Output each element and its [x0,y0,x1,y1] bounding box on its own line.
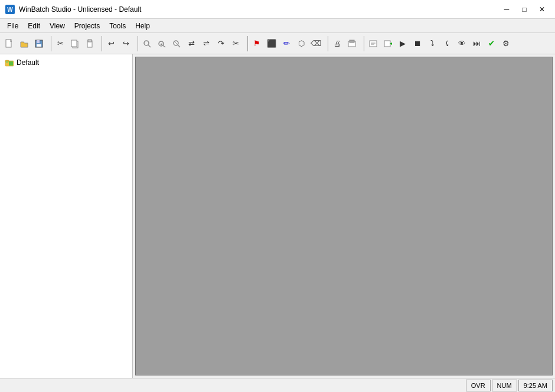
record-button[interactable]: ⬛ [265,36,279,51]
menu-tools[interactable]: Tools [105,21,130,31]
tree-item-default[interactable]: Default [2,57,130,68]
svg-text:W: W [7,6,13,13]
run-button[interactable]: ▶ [396,36,410,51]
main-area: Default [0,54,555,378]
menu-projects[interactable]: Projects [70,21,105,31]
svg-line-17 [175,42,177,44]
menu-help[interactable]: Help [130,21,155,31]
compile-button[interactable] [366,36,380,51]
svg-rect-7 [71,40,77,47]
check-button[interactable]: ✔ [484,36,498,51]
title-left: W WinBatch Studio - Unlicensed - Default [5,4,141,15]
config-button[interactable]: ⚙ [499,36,513,51]
left-panel: Default [0,54,133,378]
ovr-status: OVR [466,380,491,391]
svg-rect-23 [384,41,390,47]
paste-button[interactable] [83,36,97,51]
svg-rect-27 [6,61,8,63]
find-prev-button[interactable]: ◂ [155,36,169,51]
open-button[interactable] [17,36,31,51]
minimize-button[interactable]: ─ [498,3,515,16]
menu-file[interactable]: File [2,21,23,31]
status-bar: OVR NUM 9:25 AM [0,378,555,392]
replace-all-button[interactable]: ⇌ [199,36,213,51]
svg-point-10 [144,41,149,45]
num-status: NUM [492,380,517,391]
replace-next-button[interactable]: ↷ [214,36,228,51]
svg-line-13 [163,45,165,47]
cut2-button[interactable]: ✂ [228,36,243,51]
stamp-button[interactable]: ⬡ [294,36,308,51]
run2-button[interactable]: ⏭ [469,36,484,51]
time-status: 9:25 AM [518,380,553,391]
svg-rect-28 [9,61,13,66]
pen-button[interactable]: ✏ [279,36,293,51]
tree-item-label: Default [17,58,39,67]
replace-button[interactable]: ⇄ [184,36,198,51]
watch-button[interactable]: 👁 [455,36,469,51]
new-button[interactable] [2,36,17,51]
svg-rect-20 [370,41,377,47]
menu-view[interactable]: View [45,21,70,31]
svg-rect-5 [37,44,41,47]
stop-button[interactable]: ⏹ [410,36,425,51]
find-all-button[interactable] [169,36,184,51]
close-button[interactable]: ✕ [534,3,550,16]
menu-bar: File Edit View Projects Tools Help [0,19,555,33]
title-text: WinBatch Studio - Unlicensed - Default [19,5,141,14]
eraser-button[interactable]: ⌫ [309,36,323,51]
print-button[interactable]: 🖨 [330,36,344,51]
svg-text:◂: ◂ [160,41,162,47]
folder-icon [5,58,14,67]
copy-button[interactable] [68,36,82,51]
editor-area [133,54,555,378]
cut-button[interactable]: ✂ [53,36,67,51]
separator-3 [135,36,138,51]
svg-rect-4 [37,40,40,43]
print-preview-button[interactable] [345,36,359,51]
bookmark-button[interactable]: ⚑ [250,36,264,51]
step-button[interactable]: ⤵ [425,36,439,51]
undo-button[interactable]: ↩ [104,36,118,51]
svg-rect-9 [88,40,92,42]
menu-edit[interactable]: Edit [23,21,45,31]
svg-line-16 [178,45,180,47]
maximize-button[interactable]: □ [516,3,533,16]
title-bar: W WinBatch Studio - Unlicensed - Default… [0,0,555,19]
redo-button[interactable]: ↪ [119,36,133,51]
separator-5 [325,36,328,51]
editor-canvas[interactable] [135,57,553,375]
toolbar: ✂ ↩ ↪ ◂ ⇄ ⇌ ↷ ✂ ⚑ ⬛ ✏ ⬡ ⌫ 🖨 ▶ ⏹ ⤵ ⤹ 👁 ⏭ [0,33,555,54]
svg-line-11 [148,45,151,47]
step-over-button[interactable]: ⤹ [440,36,454,51]
save-button[interactable] [32,36,46,51]
separator-1 [48,36,51,51]
app-icon: W [5,4,15,15]
find-button[interactable] [140,36,154,51]
separator-6 [361,36,364,51]
compile-run-button[interactable] [381,36,395,51]
window-controls: ─ □ ✕ [498,3,550,16]
separator-4 [244,36,248,51]
svg-rect-19 [350,40,354,43]
separator-2 [99,36,102,51]
